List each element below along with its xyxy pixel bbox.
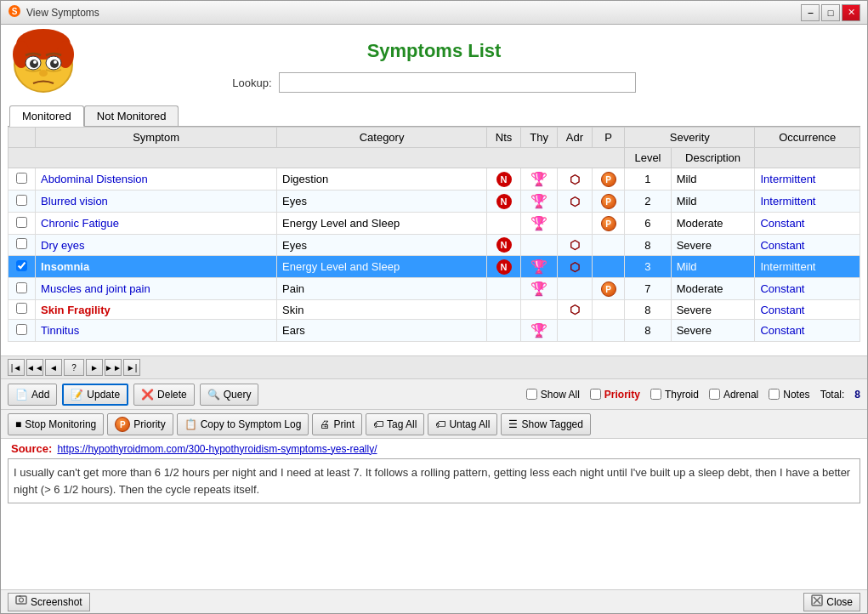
row-checkbox-4[interactable] (16, 260, 27, 271)
row-checkbox-5[interactable] (16, 282, 27, 293)
symptom-name[interactable]: Muscles and joint pain (36, 278, 277, 300)
total-value: 8 (854, 389, 860, 401)
source-link[interactable]: https://hypothyroidmom.com/300-hypothyro… (57, 443, 377, 455)
show-all-check[interactable]: Show All (526, 389, 580, 401)
category-cell: Energy Level and Sleep (277, 213, 487, 235)
copy-symptom-log-button[interactable]: 📋 Copy to Symptom Log (177, 413, 309, 435)
row-checkbox-6[interactable] (16, 303, 27, 314)
svg-point-11 (54, 60, 57, 64)
nts-cell: N (487, 190, 521, 213)
close-button[interactable]: Close (803, 593, 860, 611)
stop-icon: ■ (15, 418, 21, 430)
thy-cell: 🏆 (521, 168, 558, 190)
priority-cell: P (592, 278, 624, 300)
category-cell: Digestion (277, 168, 487, 190)
source-row: Source: https://hypothyroidmom.com/300-h… (1, 439, 867, 458)
description-cell: Mild (671, 168, 755, 190)
delete-button[interactable]: ❌ Delete (133, 384, 195, 406)
nav-info[interactable]: ? (64, 359, 84, 376)
thyroid-check[interactable]: Thyroid (650, 389, 699, 401)
occurrence-cell: Constant (755, 320, 860, 342)
row-checkbox-3[interactable] (16, 238, 27, 249)
delete-icon: ❌ (141, 389, 154, 401)
header-severity-desc: Description (671, 148, 755, 168)
query-button[interactable]: 🔍 Query (200, 384, 259, 406)
nts-cell: N (487, 235, 521, 256)
update-button[interactable]: 📝 Update (62, 384, 128, 406)
add-button[interactable]: 📄 Add (8, 384, 57, 406)
category-cell: Eyes (277, 235, 487, 256)
tag-icon: 🏷 (373, 418, 383, 430)
adr-cell: ⬡ (557, 190, 592, 213)
minimize-button[interactable]: ‒ (801, 4, 820, 21)
notes-text: I usually can't get more than 6 1/2 hour… (14, 466, 850, 496)
symptom-name[interactable]: Blurred vision (36, 190, 277, 213)
thy-cell: 🏆 (521, 190, 558, 213)
lookup-label: Lookup: (232, 77, 271, 89)
maximize-button[interactable]: □ (821, 4, 840, 21)
symptom-name[interactable]: Abdominal Distension (36, 168, 277, 190)
header-symptom: Symptom (36, 128, 277, 148)
priority-cell: P (592, 190, 624, 213)
nav-first[interactable]: |◄ (8, 359, 25, 376)
row-checkbox-0[interactable] (16, 173, 27, 184)
adr-cell: ⬡ (557, 235, 592, 256)
nav-next-fast[interactable]: ►► (105, 359, 122, 376)
symptoms-table-wrapper[interactable]: Symptom Category Nts Thy Adr P Severity … (8, 126, 860, 355)
update-icon: 📝 (71, 389, 83, 401)
priority-check[interactable]: Priority (590, 389, 640, 401)
lookup-input[interactable] (279, 72, 636, 93)
adr-cell (557, 278, 592, 300)
untag-all-button[interactable]: 🏷 Untag All (428, 413, 497, 435)
nts-cell (487, 278, 521, 300)
filter-checkboxes: Show All Priority Thyroid Adrenal Notes (526, 389, 860, 401)
close-window-button[interactable]: ✕ (842, 4, 860, 21)
category-cell: Eyes (277, 190, 487, 213)
notes-check[interactable]: Notes (769, 389, 809, 401)
row-checkbox-2[interactable] (16, 217, 27, 228)
show-tagged-button[interactable]: ☰ Show Tagged (501, 413, 591, 435)
header-area: Symptoms List Lookup: (1, 25, 867, 105)
occurrence-cell: Constant (755, 278, 860, 300)
symptoms-table: Symptom Category Nts Thy Adr P Severity … (8, 127, 860, 342)
header-p: P (592, 128, 624, 148)
occurrence-cell: Intermittent (755, 168, 860, 190)
row-checkbox-1[interactable] (16, 195, 27, 206)
tab-monitored[interactable]: Monitored (9, 105, 84, 127)
page-title: Symptoms List (367, 40, 502, 62)
symptom-name[interactable]: Insomnia (36, 256, 277, 278)
level-cell: 8 (625, 300, 671, 320)
thy-cell: 🏆 (521, 278, 558, 300)
nav-prev[interactable]: ◄ (45, 359, 62, 376)
tag-all-button[interactable]: 🏷 Tag All (366, 413, 424, 435)
stop-monitoring-button[interactable]: ■ Stop Monitoring (8, 413, 104, 435)
symptom-name[interactable]: Tinnitus (36, 320, 277, 342)
nav-prev-fast[interactable]: ◄◄ (26, 359, 43, 376)
svg-rect-13 (16, 596, 26, 604)
nav-last[interactable]: ►| (123, 359, 140, 376)
nav-next[interactable]: ► (86, 359, 103, 376)
thy-cell: 🏆 (521, 256, 558, 278)
row-checkbox-7[interactable] (16, 324, 27, 335)
thy-cell: 🏆 (521, 213, 558, 235)
occurrence-cell: Constant (755, 213, 860, 235)
header-adr: Adr (557, 128, 592, 148)
symptom-name[interactable]: Chronic Fatigue (36, 213, 277, 235)
symptom-name[interactable]: Dry eyes (36, 235, 277, 256)
nts-cell (487, 213, 521, 235)
symptom-name[interactable]: Skin Fragility (36, 300, 277, 320)
print-button[interactable]: 🖨 Print (312, 413, 362, 435)
screenshot-button[interactable]: Screenshot (8, 593, 90, 611)
nts-cell (487, 320, 521, 342)
adrenal-check[interactable]: Adrenal (709, 389, 758, 401)
svg-point-14 (20, 598, 24, 602)
copy-icon: 📋 (184, 418, 197, 430)
description-cell: Mild (671, 190, 755, 213)
screenshot-icon (15, 594, 27, 609)
priority-button[interactable]: P Priority (107, 413, 173, 435)
tab-not-monitored[interactable]: Not Monitored (84, 105, 179, 126)
level-cell: 1 (625, 168, 671, 190)
priority-cell (592, 320, 624, 342)
svg-text:S: S (12, 7, 18, 16)
query-icon: 🔍 (207, 389, 220, 401)
